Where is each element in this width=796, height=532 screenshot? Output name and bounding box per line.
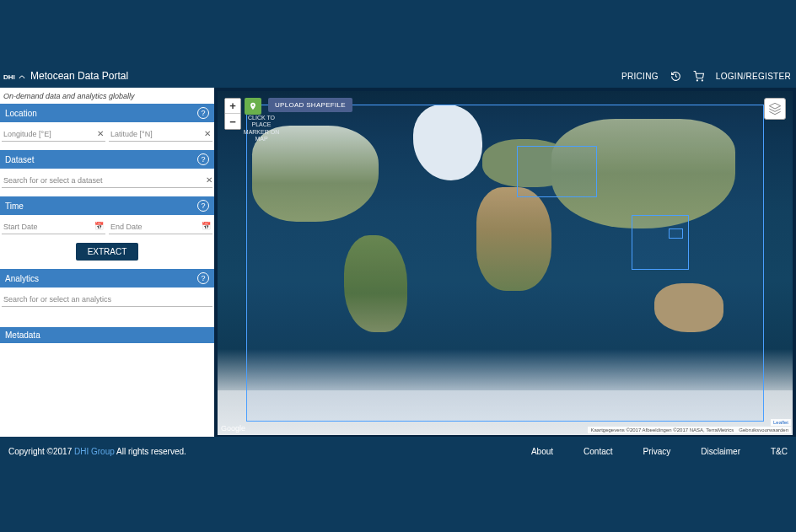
calendar-icon[interactable]: 📅 [202,222,211,230]
leaflet-attribution[interactable]: Leaflet [771,419,791,426]
section-dataset: Dataset ? [0,150,214,169]
dataset-input[interactable] [2,174,212,188]
date-inputs: 📅 📅 [0,220,214,241]
history-icon[interactable] [670,71,681,82]
svg-marker-3 [769,103,780,109]
place-marker-button[interactable] [245,98,261,115]
top-band [0,0,796,64]
start-date-wrap: 📅 [2,220,105,234]
latitude-field-wrap: ✕ [109,127,212,142]
section-analytics-label: Analytics [5,274,39,283]
login-link[interactable]: LOGIN/REGISTER [716,72,791,81]
tagline: On-demand data and analytics globally [0,90,214,104]
header-left: DHI Metocean Data Portal [3,70,128,82]
section-time-label: Time [5,202,24,211]
help-icon[interactable]: ? [197,272,209,284]
dhi-group-link[interactable]: DHI Group [74,447,115,456]
section-dataset-label: Dataset [5,155,34,164]
clear-icon[interactable]: ✕ [206,175,212,185]
bottom-band [0,466,796,532]
marker-hint-text: CLICK TO PLACE MARKER ON MAP [243,115,280,143]
content: On-demand data and analytics globally Lo… [0,88,796,437]
clear-icon[interactable]: ✕ [97,129,104,138]
footer-disclaimer[interactable]: Disclaimer [701,447,740,456]
latitude-input[interactable] [109,127,212,142]
extract-button[interactable]: EXTRACT [76,243,139,261]
zoom-control: + − [224,98,241,130]
header: DHI Metocean Data Portal PRICING LOGIN/R… [0,64,796,88]
region-box-europe[interactable] [517,146,597,197]
world-map[interactable]: + − UPLOAD SHAPEFILE CLICK TO PLACE MARK… [218,91,793,435]
footer-tc[interactable]: T&C [771,447,788,456]
header-right: PRICING LOGIN/REGISTER [621,71,791,82]
footer-privacy[interactable]: Privacy [643,447,671,456]
section-metadata-label: Metadata [5,330,40,340]
svg-text:DHI: DHI [3,73,15,81]
upload-shapefile-button[interactable]: UPLOAD SHAPEFILE [268,98,352,112]
help-icon[interactable]: ? [197,107,209,119]
section-analytics: Analytics ? [0,269,214,287]
region-box-sea-small[interactable] [669,228,683,239]
section-location-label: Location [5,109,37,118]
footer: Copyright ©2017 DHI Group All rights res… [0,437,796,466]
footer-links: About Contact Privacy Disclaimer T&C [531,447,788,456]
marker-icon [245,98,261,115]
google-logo: Google [221,424,245,433]
svg-point-2 [702,79,702,80]
map-container: + − UPLOAD SHAPEFILE CLICK TO PLACE MARK… [214,88,796,437]
section-metadata[interactable]: Metadata [0,327,214,343]
app-title: Metocean Data Portal [30,70,128,82]
region-box-sea[interactable] [632,215,689,270]
help-icon[interactable]: ? [197,200,209,212]
attribution-text: Kaartgegevens ©2017 Afbeeldingen ©2017 N… [590,427,734,433]
zoom-in-button[interactable]: + [225,99,240,114]
terms-link[interactable]: Gebruiksvoorwaarden [739,427,788,433]
section-time: Time ? [0,196,214,215]
calendar-icon[interactable]: 📅 [94,222,104,230]
footer-about[interactable]: About [531,447,553,456]
clear-icon[interactable]: ✕ [204,129,211,138]
longitude-field-wrap: ✕ [2,127,105,142]
end-date-input[interactable] [109,220,212,234]
help-icon[interactable]: ? [197,153,209,165]
location-inputs: ✕ ✕ [0,127,214,150]
analytics-input-wrap [0,293,214,315]
dataset-input-wrap: ✕ [0,174,214,196]
analytics-input[interactable] [2,293,212,307]
start-date-input[interactable] [2,220,105,234]
footer-copyright: Copyright ©2017 DHI Group All rights res… [8,447,186,456]
zoom-out-button[interactable]: − [225,114,240,129]
pricing-link[interactable]: PRICING [621,72,659,81]
cart-icon[interactable] [693,71,704,82]
copyright-suffix: All rights reserved. [115,447,186,456]
longitude-input[interactable] [2,127,105,142]
dhi-logo-icon: DHI [3,70,25,82]
layers-button[interactable] [764,98,786,120]
footer-contact[interactable]: Contact [584,447,612,456]
copyright-prefix: Copyright ©2017 [8,447,74,456]
section-location: Location ? [0,104,214,122]
end-date-wrap: 📅 [109,220,212,234]
svg-point-1 [696,79,697,80]
map-attribution: Kaartgegevens ©2017 Afbeeldingen ©2017 N… [588,427,791,433]
sidebar: On-demand data and analytics globally Lo… [0,88,214,437]
